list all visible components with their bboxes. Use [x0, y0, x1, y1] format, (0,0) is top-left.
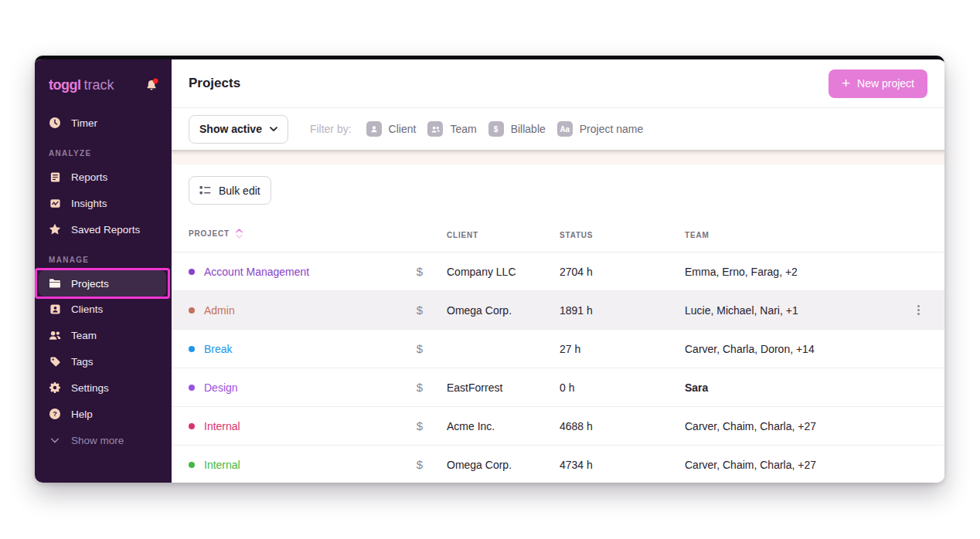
project-name-link[interactable]: Account Management [204, 266, 309, 278]
sidebar-item-show-more[interactable]: Show more [35, 427, 172, 453]
table-row[interactable]: Break $ 27 h Carver, Charla, Doron, +14 [172, 330, 944, 368]
new-project-label: New project [857, 77, 914, 90]
show-active-dropdown[interactable]: Show active [189, 115, 288, 144]
table-header: PROJECT CLIENT STATUS TEAM [172, 215, 944, 253]
column-project[interactable]: PROJECT [189, 229, 230, 238]
team-cell: Sara [685, 381, 909, 394]
app-window: toggl track Timer ANALYZE Reports [35, 56, 944, 483]
sidebar-item-label: Tags [71, 356, 94, 368]
team-cell: Emma, Erno, Farag, +2 [685, 266, 909, 278]
sidebar-item-reports[interactable]: Reports [35, 164, 172, 190]
status-cell: 0 h [560, 381, 685, 394]
logo-track: track [83, 77, 114, 93]
notifications-bell-icon[interactable] [145, 78, 159, 93]
column-team[interactable]: TEAM [685, 231, 709, 239]
client-icon [49, 303, 61, 315]
sidebar-item-label: Reports [71, 171, 107, 183]
project-name-link[interactable]: Internal [204, 459, 240, 471]
team-icon [49, 329, 61, 341]
status-cell: 1891 h [560, 304, 685, 317]
status-cell: 27 h [560, 343, 685, 355]
plus-icon: + [842, 76, 850, 90]
section-analyze: ANALYZE [49, 149, 172, 158]
sidebar-item-insights[interactable]: Insights [35, 190, 172, 216]
bulk-edit-label: Bulk edit [219, 185, 260, 197]
new-project-button[interactable]: + New project [829, 69, 927, 98]
folder-icon [49, 277, 61, 290]
sidebar-item-label: Timer [71, 117, 97, 129]
filter-chip-billable[interactable]: $ Billable [488, 121, 546, 137]
show-active-label: Show active [199, 123, 262, 135]
gear-icon [49, 381, 61, 394]
sidebar-item-tags[interactable]: Tags [35, 348, 172, 375]
sidebar-item-label: Clients [71, 303, 103, 315]
logo-toggl: toggl [49, 77, 80, 93]
billable-dollar-icon: $ [417, 342, 423, 355]
sidebar-nav: Timer ANALYZE Reports Insights Saved Rep… [35, 106, 172, 453]
sidebar-item-label: Insights [71, 198, 107, 209]
billable-dollar-icon: $ [417, 265, 423, 278]
client-cell: EastForrest [447, 381, 560, 394]
dollar-icon: $ [488, 121, 504, 137]
sidebar-item-projects[interactable]: Projects [39, 270, 166, 297]
table-row[interactable]: Design $ EastForrest 0 h Sara [172, 368, 944, 407]
filter-chip-client[interactable]: Client [366, 121, 417, 137]
project-color-dot [189, 385, 195, 391]
project-name-link[interactable]: Design [204, 381, 238, 394]
project-name-link[interactable]: Admin [204, 304, 235, 317]
logo-row: toggl track [35, 64, 172, 106]
filter-chip-label: Client [389, 123, 417, 135]
clock-icon [49, 117, 61, 129]
project-color-dot [189, 346, 195, 352]
banner-strip [172, 150, 944, 164]
bulk-edit-icon [199, 185, 211, 195]
table-row[interactable]: Internal $ Omega Corp. 4734 h Carver, Ch… [172, 446, 944, 483]
text-icon: Aa [557, 121, 573, 137]
filter-chip-label: Team [450, 123, 476, 135]
people-icon [427, 121, 443, 137]
column-client[interactable]: CLIENT [447, 231, 478, 239]
project-color-dot [189, 307, 195, 314]
billable-dollar-icon: $ [417, 381, 423, 394]
filter-chip-team[interactable]: Team [427, 121, 476, 137]
project-name-link[interactable]: Internal [204, 420, 240, 432]
status-cell: 4734 h [560, 459, 685, 471]
sidebar-item-saved-reports[interactable]: Saved Reports [35, 216, 172, 242]
sidebar-item-label: Saved Reports [71, 224, 140, 236]
column-status[interactable]: STATUS [560, 231, 593, 239]
client-cell: Company LLC [447, 266, 560, 278]
client-cell: Acme Inc. [447, 420, 560, 432]
star-icon [49, 223, 61, 236]
row-menu-kebab-icon[interactable] [917, 305, 920, 315]
table-row[interactable]: Admin $ Omega Corp. 1891 h Lucie, Michae… [172, 291, 944, 330]
bulk-edit-button[interactable]: Bulk edit [189, 176, 271, 205]
active-item-highlight: Projects [35, 268, 170, 299]
tag-icon [49, 355, 61, 368]
status-cell: 4688 h [560, 420, 685, 432]
sidebar-item-timer[interactable]: Timer [35, 110, 172, 136]
billable-dollar-icon: $ [417, 419, 423, 432]
sidebar-item-label: Show more [71, 435, 124, 446]
filter-chip-project-name[interactable]: Aa Project name [557, 121, 643, 137]
sidebar-item-team[interactable]: Team [35, 322, 172, 348]
client-cell: Omega Corp. [447, 304, 560, 317]
project-color-dot [189, 462, 195, 468]
billable-dollar-icon: $ [417, 303, 423, 317]
filter-chip-label: Project name [580, 123, 643, 135]
page-header: Projects + New project [172, 59, 944, 108]
project-table-body: Account Management $ Company LLC 2704 h … [172, 253, 944, 483]
sidebar-item-clients[interactable]: Clients [35, 296, 172, 322]
table-row[interactable]: Account Management $ Company LLC 2704 h … [172, 253, 944, 291]
person-icon [366, 121, 382, 137]
main-panel: Projects + New project Show active Filte… [172, 59, 944, 483]
project-name-link[interactable]: Break [204, 343, 233, 355]
filter-chip-label: Billable [511, 123, 546, 135]
table-row[interactable]: Internal $ Acme Inc. 4688 h Carver, Chai… [172, 407, 944, 446]
sidebar-item-settings[interactable]: Settings [35, 375, 172, 401]
team-cell: Lucie, Michael, Nari, +1 [685, 304, 909, 317]
sort-icon[interactable] [236, 229, 243, 239]
sidebar-item-help[interactable]: ? Help [35, 401, 172, 427]
team-cell: Carver, Chaim, Charla, +27 [685, 420, 909, 432]
insights-icon [49, 197, 61, 209]
sidebar: toggl track Timer ANALYZE Reports [35, 59, 172, 483]
